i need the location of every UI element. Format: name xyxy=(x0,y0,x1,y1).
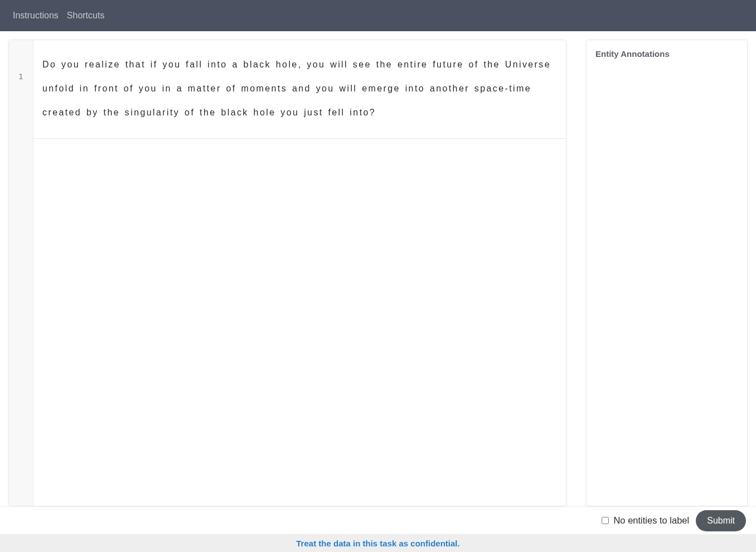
header-bar: Instructions Shortcuts xyxy=(0,0,756,31)
line-number: 1 xyxy=(9,71,33,81)
shortcuts-link[interactable]: Shortcuts xyxy=(67,11,105,21)
footer-bar: No entities to label Submit xyxy=(0,506,756,534)
entity-annotations-title: Entity Annotations xyxy=(595,49,738,59)
submit-button[interactable]: Submit xyxy=(696,510,746,531)
text-content-wrapper: Do you realize that if you fall into a b… xyxy=(33,40,566,139)
no-entities-checkbox[interactable] xyxy=(602,517,609,524)
entity-annotations-panel: Entity Annotations xyxy=(586,40,748,506)
instructions-link[interactable]: Instructions xyxy=(13,11,59,21)
confidential-message: Treat the data in this task as confident… xyxy=(296,539,459,548)
no-entities-checkbox-wrapper: No entities to label xyxy=(602,515,689,526)
confidential-bar: Treat the data in this task as confident… xyxy=(0,534,756,552)
annotation-text[interactable]: Do you realize that if you fall into a b… xyxy=(33,40,566,138)
main-container: 1 Do you realize that if you fall into a… xyxy=(0,31,756,506)
no-entities-label: No entities to label xyxy=(613,515,689,526)
text-annotation-panel: 1 Do you realize that if you fall into a… xyxy=(8,40,566,506)
line-gutter: 1 xyxy=(9,40,33,506)
